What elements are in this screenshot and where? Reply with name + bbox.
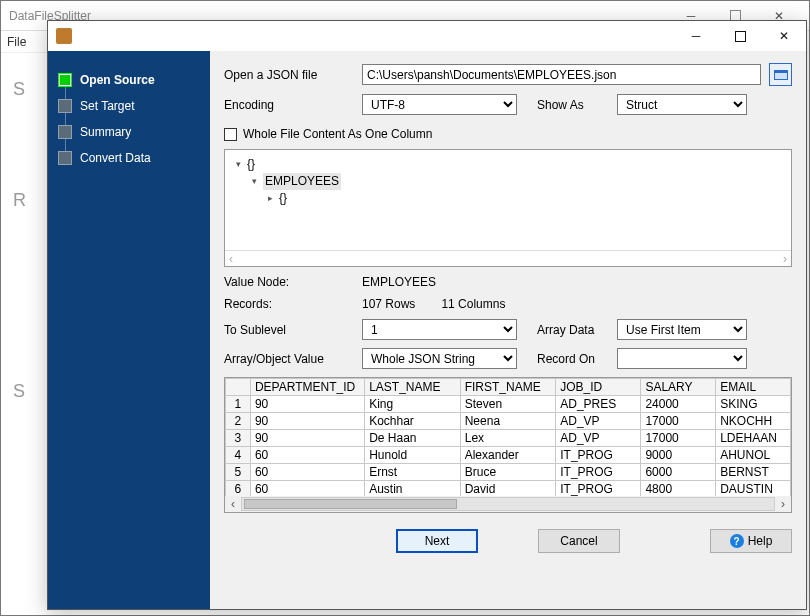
- cell[interactable]: AHUNOL: [716, 447, 791, 464]
- dialog-maximize-button[interactable]: [718, 22, 762, 50]
- recordon-label: Record On: [537, 352, 609, 366]
- column-header[interactable]: JOB_ID: [556, 379, 641, 396]
- help-button[interactable]: ? Help: [710, 529, 792, 553]
- chevron-right-icon[interactable]: ▸: [265, 190, 275, 207]
- step-icon: [58, 125, 72, 139]
- column-header[interactable]: EMAIL: [716, 379, 791, 396]
- cell[interactable]: BERNST: [716, 464, 791, 481]
- cell[interactable]: Kochhar: [365, 413, 461, 430]
- cell[interactable]: IT_PROG: [556, 481, 641, 498]
- sidebar-item-open-source[interactable]: Open Source: [58, 67, 200, 93]
- sidebar-item-summary[interactable]: Summary: [58, 119, 200, 145]
- sublevel-select[interactable]: 1: [362, 319, 517, 340]
- cell[interactable]: 17000: [641, 430, 716, 447]
- cell[interactable]: 17000: [641, 413, 716, 430]
- preview-grid[interactable]: DEPARTMENT_IDLAST_NAMEFIRST_NAMEJOB_IDSA…: [224, 377, 792, 513]
- encoding-label: Encoding: [224, 98, 354, 112]
- cell[interactable]: SKING: [716, 396, 791, 413]
- records-rows: 107 Rows: [362, 297, 415, 311]
- file-path-input[interactable]: [362, 64, 761, 85]
- content-pane: Open a JSON file Encoding UTF-8 Show As …: [210, 51, 806, 609]
- column-header[interactable]: LAST_NAME: [365, 379, 461, 396]
- json-tree[interactable]: ▾{} ▾EMPLOYEES ▸{} ‹ ›: [224, 149, 792, 267]
- cell[interactable]: AD_VP: [556, 430, 641, 447]
- cell[interactable]: 24000: [641, 396, 716, 413]
- cell[interactable]: 6000: [641, 464, 716, 481]
- dialog-close-button[interactable]: ✕: [762, 22, 806, 50]
- encoding-select[interactable]: UTF-8: [362, 94, 517, 115]
- app-icon: [56, 28, 72, 44]
- scroll-right-icon[interactable]: ›: [775, 497, 791, 511]
- tree-scrollbar[interactable]: ‹ ›: [225, 250, 791, 266]
- scroll-left-icon[interactable]: ‹: [225, 497, 241, 511]
- tree-node-employees[interactable]: EMPLOYEES: [263, 173, 341, 190]
- row-header: [226, 379, 251, 396]
- table-row[interactable]: 190KingStevenAD_PRES24000SKING: [226, 396, 791, 413]
- button-row: Next Cancel ? Help: [224, 521, 792, 553]
- checkbox-icon: [224, 128, 237, 141]
- arrobj-label: Array/Object Value: [224, 352, 354, 366]
- scroll-thumb[interactable]: [244, 499, 457, 509]
- records-label: Records:: [224, 297, 354, 311]
- cancel-button[interactable]: Cancel: [538, 529, 620, 553]
- table-row[interactable]: 460HunoldAlexanderIT_PROG9000AHUNOL: [226, 447, 791, 464]
- cell[interactable]: IT_PROG: [556, 464, 641, 481]
- cell[interactable]: Ernst: [365, 464, 461, 481]
- scroll-track[interactable]: [241, 497, 775, 511]
- step-icon: [58, 151, 72, 165]
- arrobj-select[interactable]: Whole JSON String: [362, 348, 517, 369]
- arraydata-select[interactable]: Use First Item: [617, 319, 747, 340]
- cell[interactable]: 60: [250, 464, 364, 481]
- cell[interactable]: David: [460, 481, 556, 498]
- cell[interactable]: Alexander: [460, 447, 556, 464]
- cell[interactable]: 90: [250, 413, 364, 430]
- dialog-minimize-button[interactable]: ─: [674, 22, 718, 50]
- sidebar-item-convert-data[interactable]: Convert Data: [58, 145, 200, 171]
- whole-file-checkbox[interactable]: Whole File Content As One Column: [224, 127, 432, 141]
- step-icon: [58, 73, 72, 87]
- column-header[interactable]: FIRST_NAME: [460, 379, 556, 396]
- cell[interactable]: 4800: [641, 481, 716, 498]
- scroll-right-icon[interactable]: ›: [783, 252, 787, 266]
- cell[interactable]: NKOCHH: [716, 413, 791, 430]
- showas-label: Show As: [537, 98, 609, 112]
- table-row[interactable]: 560ErnstBruceIT_PROG6000BERNST: [226, 464, 791, 481]
- grid-scrollbar[interactable]: ‹ ›: [225, 496, 791, 512]
- cell[interactable]: 9000: [641, 447, 716, 464]
- cell[interactable]: LDEHAAN: [716, 430, 791, 447]
- cell[interactable]: DAUSTIN: [716, 481, 791, 498]
- recordon-select[interactable]: [617, 348, 747, 369]
- cell[interactable]: Lex: [460, 430, 556, 447]
- scroll-left-icon[interactable]: ‹: [229, 252, 233, 266]
- cell[interactable]: 90: [250, 430, 364, 447]
- browse-file-button[interactable]: [769, 63, 792, 86]
- cell[interactable]: Austin: [365, 481, 461, 498]
- chevron-down-icon[interactable]: ▾: [233, 156, 243, 173]
- cell[interactable]: Steven: [460, 396, 556, 413]
- next-button[interactable]: Next: [396, 529, 478, 553]
- step-icon: [58, 99, 72, 113]
- row-number: 6: [226, 481, 251, 498]
- showas-select[interactable]: Struct: [617, 94, 747, 115]
- sidebar-item-set-target[interactable]: Set Target: [58, 93, 200, 119]
- cell[interactable]: 90: [250, 396, 364, 413]
- cell[interactable]: 60: [250, 481, 364, 498]
- cell[interactable]: AD_PRES: [556, 396, 641, 413]
- cell[interactable]: IT_PROG: [556, 447, 641, 464]
- chevron-down-icon[interactable]: ▾: [249, 173, 259, 190]
- cell[interactable]: Neena: [460, 413, 556, 430]
- cell[interactable]: Bruce: [460, 464, 556, 481]
- row-number: 2: [226, 413, 251, 430]
- cell[interactable]: Hunold: [365, 447, 461, 464]
- cell[interactable]: De Haan: [365, 430, 461, 447]
- table-row[interactable]: 290KochharNeenaAD_VP17000NKOCHH: [226, 413, 791, 430]
- cell[interactable]: AD_VP: [556, 413, 641, 430]
- table-row[interactable]: 390De HaanLexAD_VP17000LDEHAAN: [226, 430, 791, 447]
- cell[interactable]: 60: [250, 447, 364, 464]
- table-row[interactable]: 660AustinDavidIT_PROG4800DAUSTIN: [226, 481, 791, 498]
- column-header[interactable]: SALARY: [641, 379, 716, 396]
- dialog-window: ─ ✕ Open Source Set Target Summary Conve…: [47, 20, 807, 610]
- column-header[interactable]: DEPARTMENT_ID: [250, 379, 364, 396]
- cell[interactable]: King: [365, 396, 461, 413]
- menu-file[interactable]: File: [7, 35, 26, 49]
